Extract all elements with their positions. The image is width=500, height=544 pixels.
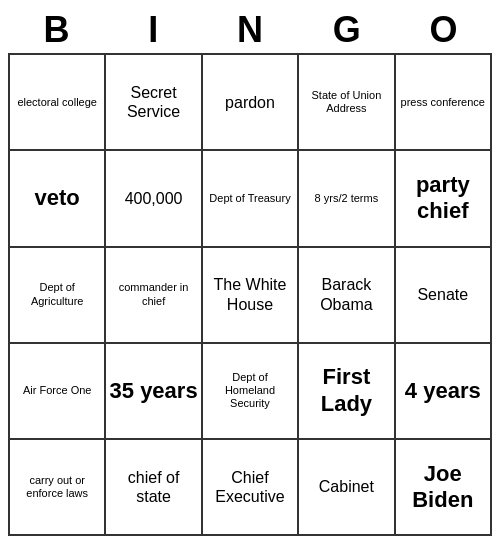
bingo-cell: Air Force One xyxy=(10,344,106,440)
bingo-cell: electoral college xyxy=(10,55,106,151)
bingo-cell: Cabinet xyxy=(299,440,395,536)
bingo-cell: pardon xyxy=(203,55,299,151)
bingo-cell: veto xyxy=(10,151,106,247)
header-letter: B xyxy=(8,8,105,51)
bingo-cell: 8 yrs/2 terms xyxy=(299,151,395,247)
bingo-cell: 4 years xyxy=(396,344,492,440)
header-letter: G xyxy=(298,8,395,51)
bingo-cell: press conference xyxy=(396,55,492,151)
bingo-cell: 400,000 xyxy=(106,151,202,247)
bingo-cell: carry out or enforce laws xyxy=(10,440,106,536)
header-letter: I xyxy=(105,8,202,51)
bingo-cell: 35 years xyxy=(106,344,202,440)
bingo-cell: party chief xyxy=(396,151,492,247)
bingo-cell: Barack Obama xyxy=(299,248,395,344)
bingo-cell: Secret Service xyxy=(106,55,202,151)
bingo-grid: electoral collegeSecret ServicepardonSta… xyxy=(8,53,492,536)
bingo-cell: Dept of Homeland Security xyxy=(203,344,299,440)
header-letter: N xyxy=(202,8,299,51)
bingo-cell: Joe Biden xyxy=(396,440,492,536)
bingo-cell: First Lady xyxy=(299,344,395,440)
bingo-cell: commander in chief xyxy=(106,248,202,344)
bingo-cell: State of Union Address xyxy=(299,55,395,151)
bingo-cell: Dept of Agriculture xyxy=(10,248,106,344)
bingo-header: BINGO xyxy=(8,8,492,51)
bingo-cell: Dept of Treasury xyxy=(203,151,299,247)
bingo-cell: Senate xyxy=(396,248,492,344)
bingo-cell: The White House xyxy=(203,248,299,344)
bingo-cell: Chief Executive xyxy=(203,440,299,536)
bingo-cell: chief of state xyxy=(106,440,202,536)
header-letter: O xyxy=(395,8,492,51)
